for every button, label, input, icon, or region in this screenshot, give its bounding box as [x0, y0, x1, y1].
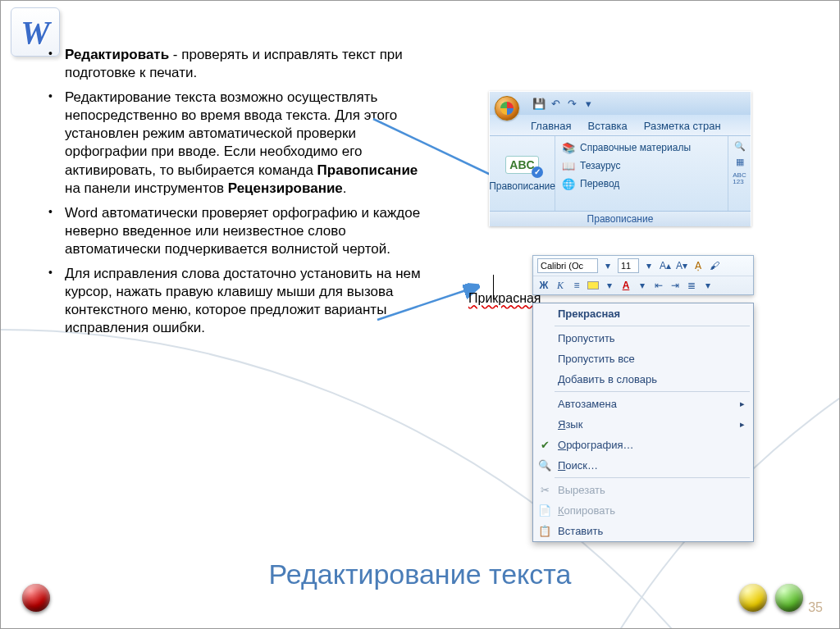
svg-line-0 [373, 119, 508, 183]
svg-line-1 [377, 287, 476, 320]
font-color-icon[interactable]: A [619, 279, 632, 292]
grow-font-icon[interactable]: A▴ [659, 259, 672, 272]
font-color-dropdown-icon[interactable]: ▾ [636, 279, 649, 292]
misspelled-word[interactable]: Прикрасная [468, 291, 541, 306]
size-dropdown-icon[interactable]: ▾ [642, 259, 655, 272]
ctx-find[interactable]: 🔍Поиск… [533, 455, 753, 476]
separator [555, 326, 750, 326]
bullet-intro: Редактировать - проверять и исправлять т… [42, 46, 436, 82]
ctx-autocorrect[interactable]: Автозамена▸ [533, 394, 753, 414]
ctx-language[interactable]: Язык▸ [533, 414, 753, 435]
decrease-indent-icon[interactable]: ⇤ [652, 279, 665, 292]
spelling-icon: ✔ [538, 439, 551, 451]
styles-icon[interactable]: Ạ [692, 259, 705, 272]
translate-button[interactable]: 🌐Перевод [562, 177, 721, 190]
increase-indent-icon[interactable]: ⇥ [669, 279, 682, 292]
mini-toolbar: ▾ ▾ A▴ A▾ Ạ 🖌 Ж К ≡ ▾ A ▾ ⇤ ⇥ ≣ ▾ [532, 255, 754, 295]
research-icon: 📚 [562, 141, 575, 154]
save-icon[interactable]: 💾 [532, 97, 546, 110]
checkmark-icon: ✓ [532, 166, 543, 178]
ribbon-tabs: Главная Вставка Разметка стран [490, 115, 751, 135]
ribbon-group-label: Правописание [490, 211, 751, 226]
b1-bold2: Рецензирование [228, 180, 343, 196]
thesaurus-label: Тезаурус [580, 160, 620, 171]
quick-access-toolbar: 💾 ↶ ↷ ▾ [490, 92, 751, 115]
bold-icon[interactable]: Ж [537, 279, 550, 292]
b1-part2: на панели инструментов [65, 180, 228, 196]
italic-icon[interactable]: К [554, 279, 567, 292]
tab-insert[interactable]: Вставка [587, 120, 627, 132]
bullets-icon[interactable]: ≣ [685, 279, 698, 292]
font-dropdown-icon[interactable]: ▾ [601, 259, 614, 272]
ctx-ignore-all[interactable]: Пропустить все [533, 349, 753, 369]
ctx-cut[interactable]: ✂Вырезать [533, 480, 753, 500]
bullet-2: Word автоматически проверяет орфографию … [42, 204, 436, 258]
side-icon-1[interactable]: 🔍 [734, 141, 746, 152]
find-icon: 🔍 [538, 459, 551, 472]
ctx-copy[interactable]: 📄Копировать [533, 500, 753, 521]
highlight-icon[interactable] [587, 279, 600, 292]
ctx-add-to-dict[interactable]: Добавить в словарь [533, 369, 753, 390]
spelling-button-label: Правописание [489, 180, 555, 192]
redo-icon[interactable]: ↷ [565, 97, 578, 110]
format-painter-icon[interactable]: 🖌 [708, 259, 721, 272]
ctx-spelling[interactable]: ✔Орфография… [533, 435, 753, 455]
thesaurus-icon: 📖 [562, 159, 575, 172]
research-button[interactable]: 📚Справочные материалы [562, 141, 721, 154]
separator [555, 477, 750, 478]
ctx-paste[interactable]: 📋Вставить [533, 521, 753, 541]
font-size-input[interactable] [618, 258, 639, 273]
nav-prev-button[interactable] [739, 584, 767, 612]
shrink-font-icon[interactable]: A▾ [675, 259, 688, 272]
slide-title: Редактирование текста [1, 558, 839, 590]
thesaurus-button[interactable]: 📖Тезаурус [562, 159, 721, 172]
submenu-arrow-icon: ▸ [740, 419, 745, 430]
undo-icon[interactable]: ↶ [549, 97, 562, 110]
ctx-ignore[interactable]: Пропустить [533, 328, 753, 349]
cut-icon: ✂ [538, 484, 551, 496]
submenu-arrow-icon: ▸ [740, 399, 745, 409]
ctx-suggestion[interactable]: Прекрасная [533, 303, 753, 324]
font-name-input[interactable] [537, 258, 598, 273]
translate-icon: 🌐 [562, 177, 575, 190]
abc-icon-label: ABC [509, 158, 534, 171]
spelling-big-button[interactable]: ABC✓ Правописание [490, 136, 555, 211]
translate-label: Перевод [580, 178, 619, 189]
tab-layout[interactable]: Разметка стран [644, 120, 721, 132]
tab-home[interactable]: Главная [531, 120, 571, 132]
qat-dropdown-icon[interactable]: ▾ [582, 97, 595, 110]
word-count-icon[interactable]: ABC123 [733, 172, 746, 185]
ribbon-screenshot: 💾 ↶ ↷ ▾ Главная Вставка Разметка стран A… [489, 91, 751, 226]
office-button[interactable] [495, 96, 519, 121]
page-number: 35 [808, 600, 823, 615]
side-icon-2[interactable]: ▦ [736, 157, 744, 167]
align-icon[interactable]: ≡ [570, 279, 583, 292]
context-menu: Прекрасная Пропустить Пропустить все Доб… [532, 303, 754, 542]
record-button[interactable] [22, 584, 50, 612]
nav-next-button[interactable] [775, 584, 803, 612]
b1-part3: . [343, 180, 347, 196]
copy-icon: 📄 [538, 504, 551, 517]
bullets-dropdown-icon[interactable]: ▾ [701, 279, 714, 292]
paste-icon: 📋 [538, 525, 551, 537]
term: Редактировать [65, 47, 169, 62]
arrow-to-word [374, 266, 481, 323]
separator [555, 391, 750, 392]
research-label: Справочные материалы [580, 142, 691, 153]
highlight-dropdown-icon[interactable]: ▾ [603, 279, 616, 292]
